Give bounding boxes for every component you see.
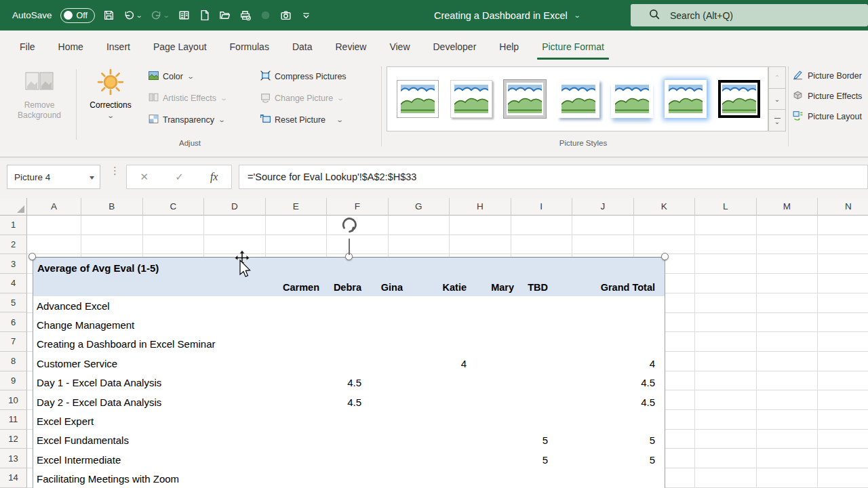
change-picture-icon [260,92,271,105]
control-properties-icon[interactable] [178,9,190,21]
pivot-col-header: TBD [519,278,553,296]
function-icon[interactable]: fx [210,171,218,183]
tab-data[interactable]: Data [281,30,324,62]
pivot-value-cell [472,296,519,315]
gallery-scroll-down-button[interactable]: ⌄ [768,89,786,110]
column-header-e[interactable]: E [266,198,328,216]
column-header-d[interactable]: D [204,198,266,216]
picture-style-reflection[interactable] [611,80,653,118]
gallery-more-button[interactable]: ⌄ [768,110,786,131]
document-title[interactable]: Creating a Dashboard in Excel ⌄ [434,0,580,30]
column-header-b[interactable]: B [81,198,143,216]
pivot-value-cell [519,470,553,488]
tab-insert[interactable]: Insert [95,30,142,62]
search-placeholder: Search (Alt+Q) [670,10,733,21]
artistic-effects-button[interactable]: Artistic Effects ⌄ [148,89,226,106]
column-header-f[interactable]: F [327,198,389,216]
tab-picture-format[interactable]: Picture Format [530,30,616,62]
search-box[interactable]: Search (Alt+Q) [631,4,868,26]
column-header-n[interactable]: N [818,198,868,216]
remove-background-button[interactable]: Remove Background [8,66,71,121]
tab-help[interactable]: Help [488,30,530,62]
column-header-a[interactable]: A [27,198,81,216]
column-header-h[interactable]: H [450,198,511,216]
select-all-button[interactable] [0,198,27,216]
autosave-toggle[interactable]: Off [60,8,95,23]
pivot-value-cell [519,411,553,430]
column-header-g[interactable]: G [389,198,450,216]
compress-pictures-button[interactable]: Compress Pictures [260,68,347,85]
reset-picture-button[interactable]: Reset Picture ⌄ [260,111,347,128]
name-box[interactable]: Picture 4 ▾ [7,165,100,189]
tab-review[interactable]: Review [324,30,378,62]
redo-icon[interactable]: ⌄ [151,9,169,21]
tab-view[interactable]: View [378,30,421,62]
camera-icon[interactable] [280,9,292,21]
corrections-button[interactable]: Corrections ⌄ [81,66,140,119]
column-header-c[interactable]: C [143,198,205,216]
row-header-13[interactable]: 13 [0,449,27,468]
rotate-handle[interactable] [339,214,359,237]
tab-developer[interactable]: Developer [422,30,488,62]
column-header-j[interactable]: J [572,198,634,216]
change-picture-button[interactable]: Change Picture ⌄ [260,89,347,106]
row-header-4[interactable]: 4 [0,274,27,293]
row-header-14[interactable]: 14 [0,468,27,488]
row-header-10[interactable]: 10 [0,390,27,410]
pivot-value-cell [408,315,472,334]
customize-qat-icon[interactable] [300,9,312,21]
row-header-8[interactable]: 8 [0,352,27,371]
tab-file[interactable]: File [8,30,47,62]
pivot-row-label: Customer Service [33,354,272,373]
picture-style-simple-frame-white[interactable] [450,80,492,118]
pivot-row-label: Change Management [33,315,272,334]
formula-input[interactable]: ='Source for Eval Lookup'!$A$2:$H$33 [239,165,868,189]
row-header-1[interactable]: 1 [0,216,27,235]
picture-layout-button[interactable]: Picture Layout [792,110,868,123]
pivot-value-cell [519,335,553,354]
undo-icon[interactable]: ⌄ [123,9,142,21]
tab-formulas[interactable]: Formulas [218,30,281,62]
resize-handle-top-right[interactable] [661,253,669,260]
pivot-value-cell [272,296,325,315]
record-icon[interactable] [260,9,271,21]
row-header-7[interactable]: 7 [0,332,27,352]
picture-style-metal-frame[interactable] [504,80,546,118]
picture-style-thick-black-frame[interactable] [718,80,760,118]
quick-print-icon[interactable] [239,9,251,21]
column-header-i[interactable]: I [511,198,573,216]
quick-access-toolbar: AutoSave Off ⌄⌄ [0,8,312,23]
row-header-6[interactable]: 6 [0,312,27,332]
save-icon[interactable] [103,9,115,21]
row-header-9[interactable]: 9 [0,371,27,391]
column-header-l[interactable]: L [695,198,757,216]
pivot-table-picture[interactable]: Average of Avg Eval (1-5) CarmenDebraGin… [33,257,665,488]
picture-style-drop-shadow[interactable] [557,80,599,118]
row-header-11[interactable]: 11 [0,410,27,430]
picture-style-simple-frame-gray[interactable] [397,80,439,118]
picture-style-glow-blue[interactable] [665,80,707,118]
color-button[interactable]: Color ⌄ [148,68,226,85]
pivot-column-headers: CarmenDebraGinaKatieMaryTBDGrand Total [33,278,665,296]
picture-border-button[interactable]: Picture Border [792,69,868,83]
tab-home[interactable]: Home [47,30,95,62]
column-header-m[interactable]: M [757,198,818,216]
enter-icon[interactable]: ✓ [175,171,184,183]
gallery-scroll-up-button[interactable]: ⌃ [768,66,786,89]
pivot-value-cell: 4 [408,354,472,373]
row-header-3[interactable]: 3 [0,254,27,274]
formula-bar: Picture 4 ▾ ⋮ ✕✓fx ='Source for Eval Loo… [0,157,868,198]
new-file-icon[interactable] [199,9,210,21]
picture-effects-button[interactable]: Picture Effects [792,89,868,103]
row-header-12[interactable]: 12 [0,430,27,449]
transparency-button[interactable]: Transparency ⌄ [148,111,226,128]
pivot-value-cell: 4 [553,354,660,373]
cancel-icon[interactable]: ✕ [140,171,149,183]
formula-bar-separator: ⋮ [110,167,117,174]
open-folder-icon[interactable] [219,9,231,21]
row-header-2[interactable]: 2 [0,235,27,255]
column-header-k[interactable]: K [634,198,696,216]
resize-handle-top-left[interactable] [28,253,36,260]
tab-page-layout[interactable]: Page Layout [142,30,218,62]
row-header-5[interactable]: 5 [0,293,27,313]
